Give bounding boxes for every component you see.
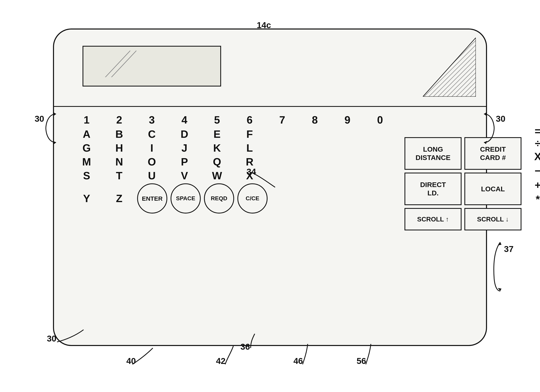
svg-marker-9 <box>53 112 56 116</box>
scroll-up-button[interactable]: SCROLL ↑ <box>405 208 461 230</box>
keyboard-section: 1 2 3 4 5 6 7 8 9 0 A B <box>54 108 486 345</box>
key-Q[interactable]: Q <box>201 156 233 168</box>
key-V[interactable]: V <box>168 170 201 182</box>
key-W[interactable]: W <box>201 170 233 182</box>
space-button[interactable]: SPACE <box>170 183 201 214</box>
letter-row-mr: M N O P Q R <box>66 156 396 168</box>
scroll-row: SCROLL ↑ SCROLL ↓ <box>405 208 521 230</box>
key-0[interactable]: 0 <box>364 114 396 126</box>
key-J[interactable]: J <box>168 142 201 154</box>
op-multiply[interactable]: X <box>525 149 540 164</box>
lcd-screen <box>83 46 221 87</box>
key-1[interactable]: 1 <box>70 114 103 126</box>
key-G[interactable]: G <box>70 142 103 154</box>
key-K[interactable]: K <box>201 142 233 154</box>
keys-left: 1 2 3 4 5 6 7 8 9 0 A B <box>66 114 396 230</box>
direct-ld-button[interactable]: DIRECTLD. <box>405 173 461 205</box>
key-C[interactable]: C <box>135 128 168 140</box>
special-row: Y Z ENTER SPACE REQD C/CE <box>66 183 396 214</box>
key-9[interactable]: 9 <box>331 114 364 126</box>
key-I[interactable]: I <box>135 142 168 154</box>
hatch-svg <box>423 38 476 97</box>
key-D[interactable]: D <box>168 128 201 140</box>
callout-56 <box>362 344 382 366</box>
key-Z[interactable]: Z <box>103 192 135 205</box>
key-8[interactable]: 8 <box>299 114 331 126</box>
key-4[interactable]: 4 <box>168 114 201 126</box>
op-equals[interactable]: = <box>525 125 540 137</box>
key-H[interactable]: H <box>103 142 135 154</box>
callout-34 <box>253 173 277 189</box>
scroll-down-button[interactable]: SCROLL ↓ <box>464 208 521 230</box>
function-grid: LONGDISTANCE CREDITCARD # DIRECTLD. LOCA… <box>405 137 521 205</box>
callout-40 <box>132 346 157 366</box>
op-minus[interactable]: − <box>525 164 540 178</box>
op-divide[interactable]: ÷ <box>525 137 540 149</box>
ref-label-30-right: 30 <box>496 114 505 124</box>
letter-row-sx: S T U V W X <box>66 170 396 182</box>
callout-30-bottom <box>57 326 98 350</box>
ref-label-30-bottom: 30 <box>47 334 56 343</box>
key-L[interactable]: L <box>233 142 266 154</box>
key-B[interactable]: B <box>103 128 135 140</box>
callout-37 <box>492 238 508 291</box>
key-N[interactable]: N <box>103 156 135 168</box>
reqd-button[interactable]: REQD <box>204 183 234 214</box>
key-P[interactable]: P <box>168 156 201 168</box>
hatch-corner-decoration <box>423 38 476 97</box>
local-button[interactable]: LOCAL <box>464 173 521 205</box>
op-plus[interactable]: + <box>525 178 540 192</box>
operators-column: = ÷ X − + * <box>525 125 540 206</box>
key-A[interactable]: A <box>70 128 103 140</box>
key-O[interactable]: O <box>135 156 168 168</box>
key-R[interactable]: R <box>233 156 266 168</box>
callout-42 <box>221 346 241 366</box>
key-Y[interactable]: Y <box>70 192 103 205</box>
callout-36 <box>245 334 265 350</box>
key-5[interactable]: 5 <box>201 114 233 126</box>
key-T[interactable]: T <box>103 170 135 182</box>
key-S[interactable]: S <box>70 170 103 182</box>
key-U[interactable]: U <box>135 170 168 182</box>
key-2[interactable]: 2 <box>103 114 135 126</box>
lcd-display-lines <box>83 47 145 77</box>
letter-row-af: A B C D E F <box>66 128 396 140</box>
key-E[interactable]: E <box>201 128 233 140</box>
keys-right: LONGDISTANCE CREDITCARD # DIRECTLD. LOCA… <box>405 125 540 230</box>
key-7[interactable]: 7 <box>266 114 299 126</box>
svg-marker-11 <box>484 112 487 116</box>
key-3[interactable]: 3 <box>135 114 168 126</box>
ref-label-30-left: 30 <box>35 114 44 124</box>
keyboard-main: 1 2 3 4 5 6 7 8 9 0 A B <box>66 114 474 230</box>
bracket-left-svg <box>44 108 60 149</box>
long-distance-button[interactable]: LONGDISTANCE <box>405 137 461 170</box>
bracket-right-svg <box>480 108 496 149</box>
callout-46 <box>299 344 319 366</box>
enter-button[interactable]: ENTER <box>137 183 167 214</box>
page-container: 14c <box>0 0 540 392</box>
letter-row-gl: G H I J K L <box>66 142 396 154</box>
svg-line-2 <box>106 51 136 77</box>
key-6[interactable]: 6 <box>233 114 266 126</box>
key-F[interactable]: F <box>233 128 266 140</box>
key-M[interactable]: M <box>70 156 103 168</box>
op-asterisk[interactable]: * <box>525 192 540 206</box>
display-section <box>54 29 486 107</box>
number-row: 1 2 3 4 5 6 7 8 9 0 <box>66 114 396 126</box>
